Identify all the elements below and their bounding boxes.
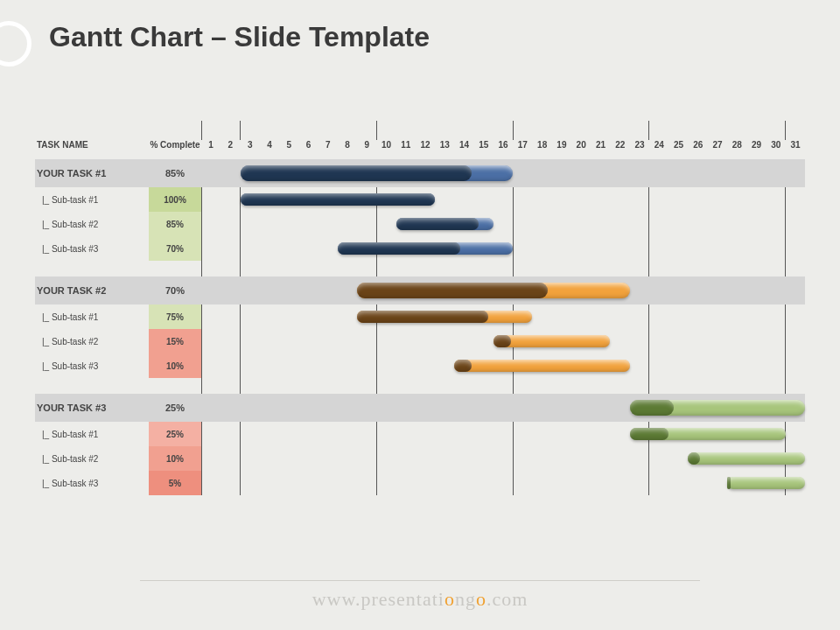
bar-progress [727, 477, 731, 489]
day-header: 15 [474, 140, 494, 159]
gantt-sub-row: |_ Sub-task #210% [35, 446, 805, 471]
footer-accent: o [444, 588, 455, 610]
footer-text: .com [486, 588, 528, 610]
pct-complete: 85% [149, 212, 201, 236]
day-header: 13 [435, 140, 454, 159]
task-name: |_ Sub-task #3 [35, 244, 149, 254]
gantt-sub-row: |_ Sub-task #125% [35, 422, 805, 446]
footer-accent: o [476, 588, 486, 610]
task-name: |_ Sub-task #3 [35, 361, 149, 371]
gantt-body: YOUR TASK #185%|_ Sub-task #1100%|_ Sub-… [35, 159, 805, 495]
day-header: 7 [318, 140, 338, 159]
footer-url: www.presentationgo.com [0, 588, 840, 611]
bar-track [201, 354, 805, 378]
pct-complete: 15% [149, 329, 201, 354]
bar-track [201, 276, 805, 304]
bar-progress [494, 335, 511, 347]
task-name: |_ Sub-task #2 [35, 220, 149, 229]
day-header: 24 [649, 140, 668, 159]
task-name: YOUR TASK #3 [35, 402, 149, 413]
day-header: 20 [571, 140, 591, 159]
bar-track [201, 471, 805, 495]
day-header: 17 [513, 140, 532, 159]
day-header: 18 [533, 140, 552, 159]
bar-progress [357, 283, 548, 298]
bar-track [201, 394, 805, 422]
header-task-name: TASK NAME [35, 140, 149, 159]
pct-complete: 100% [149, 187, 201, 212]
day-header: 6 [298, 140, 318, 159]
task-name: |_ Sub-task #2 [35, 454, 149, 464]
bar-progress [357, 311, 488, 323]
bar-full [727, 477, 805, 489]
task-name: YOUR TASK #1 [35, 168, 149, 178]
task-name: |_ Sub-task #1 [35, 430, 149, 439]
bar-track [201, 446, 805, 471]
pct-complete: 70% [149, 276, 201, 304]
bar-progress [241, 165, 472, 181]
bar-track [201, 329, 805, 354]
day-header: 11 [396, 140, 416, 159]
pct-complete: 85% [149, 159, 201, 187]
gantt-bar [494, 335, 611, 347]
bar-full [688, 452, 805, 465]
header-pct: % Complete [149, 140, 201, 159]
gridline [240, 121, 241, 140]
day-header: 19 [552, 140, 571, 159]
gridline [785, 121, 786, 140]
bar-track [201, 187, 805, 212]
title-ring-icon [0, 21, 32, 66]
gantt-sub-row: |_ Sub-task #310% [35, 354, 805, 378]
day-header: 21 [591, 140, 610, 159]
bar-full [454, 360, 629, 372]
task-name: YOUR TASK #2 [35, 285, 149, 296]
day-header: 12 [416, 140, 435, 159]
gantt-header: TASK NAME % Complete 1234567891011121314… [35, 140, 805, 159]
task-name: |_ Sub-task #3 [35, 479, 149, 488]
bar-track [201, 236, 805, 261]
day-header: 25 [668, 140, 688, 159]
gantt-main-row: YOUR TASK #185% [35, 159, 805, 187]
task-name: |_ Sub-task #1 [35, 312, 149, 322]
bar-track [201, 422, 805, 446]
footer-text: www.presentati [312, 588, 444, 610]
gantt-bar [688, 452, 805, 465]
day-header: 9 [357, 140, 376, 159]
day-header: 22 [611, 140, 630, 159]
gridline [648, 121, 649, 140]
day-header: 29 [746, 140, 766, 159]
gantt-sub-row: |_ Sub-task #370% [35, 236, 805, 261]
gantt-bar [357, 283, 630, 298]
slide: Gantt Chart – Slide Template TASK NAME %… [0, 0, 840, 630]
pct-complete: 5% [149, 471, 201, 495]
gridline [513, 121, 514, 140]
pct-complete: 10% [149, 354, 201, 378]
gridline [376, 121, 377, 140]
gantt-gridlines-header [201, 121, 805, 140]
pct-complete: 10% [149, 446, 201, 471]
day-header: 28 [727, 140, 746, 159]
pct-complete: 25% [149, 422, 201, 446]
gantt-sub-row: |_ Sub-task #285% [35, 212, 805, 236]
day-header: 26 [689, 140, 708, 159]
bar-progress [630, 400, 674, 416]
gantt-bar [241, 193, 436, 206]
header-days: 1234567891011121314151617181920212223242… [201, 140, 805, 159]
gantt-chart: TASK NAME % Complete 1234567891011121314… [35, 140, 805, 542]
bar-progress [454, 360, 472, 372]
task-name: |_ Sub-task #1 [35, 195, 149, 205]
gantt-sub-row: |_ Sub-task #175% [35, 304, 805, 329]
slide-title: Gantt Chart – Slide Template [49, 21, 430, 53]
pct-complete: 70% [149, 236, 201, 261]
gantt-bar [630, 400, 805, 416]
day-header: 16 [494, 140, 513, 159]
footer-text: ng [455, 588, 476, 610]
day-header: 14 [454, 140, 473, 159]
day-header: 23 [630, 140, 649, 159]
gridline [201, 121, 202, 140]
day-header: 1 [201, 140, 220, 159]
bar-full [494, 335, 611, 347]
gantt-sub-row: |_ Sub-task #215% [35, 329, 805, 354]
day-header: 8 [338, 140, 357, 159]
footer-rule [140, 580, 700, 581]
